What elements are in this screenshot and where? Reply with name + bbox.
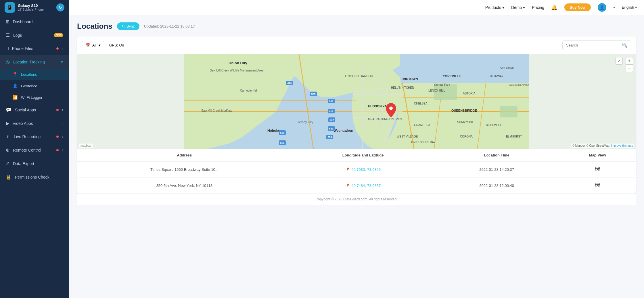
chevron-down-icon: ▾ — [635, 5, 637, 9]
svg-rect-28 — [500, 106, 518, 117]
sidebar: ⊞ Dashboard ☰ Logs New □ Phone Files › ◎… — [0, 15, 69, 298]
buy-now-button[interactable]: Buy Now — [564, 3, 591, 11]
phone-files-icon: □ — [6, 46, 9, 51]
mapview-cell: 🗺 — [559, 178, 636, 194]
svg-text:499: 499 — [287, 82, 292, 85]
map-view-icon[interactable]: 🗺 — [595, 182, 600, 189]
sidebar-item-logs[interactable]: ☰ Logs New — [0, 28, 69, 42]
sidebar-item-permissions-check[interactable]: 🔒 Permissions Check — [0, 170, 69, 184]
zoom-in-button[interactable]: + — [626, 57, 633, 65]
language-selector[interactable]: English ▾ — [622, 5, 637, 9]
svg-text:663: 663 — [280, 142, 284, 144]
sidebar-item-live-recording[interactable]: 🎙 Live Recording › — [0, 130, 69, 143]
coord-link[interactable]: 📍 40.7484,-73.9857 — [298, 183, 429, 188]
svg-text:QUEENSBRIDGE: QUEENSBRIDGE — [451, 109, 477, 112]
map-attribution: © Mapbox © OpenStreetMap. Improve this m… — [571, 144, 634, 148]
geofence-icon: 👤 — [13, 84, 18, 88]
chevron-right-icon: › — [62, 135, 63, 139]
sidebar-item-data-export[interactable]: ↗ Data Export — [0, 157, 69, 170]
svg-text:653: 653 — [327, 136, 332, 139]
map-logo: mapbox — [79, 144, 93, 148]
svg-text:MIDTOWN: MIDTOWN — [402, 77, 418, 81]
top-navigation: 📱 Galaxy S10 Lil' Bobby's Phone ↻ Produc… — [0, 0, 644, 15]
coord-link[interactable]: 📍 40.7580,-73.9855 — [298, 167, 429, 172]
locations-table: Address Longitude and Latitude Location … — [77, 149, 636, 193]
svg-text:HELL'S KITCHEN: HELL'S KITCHEN — [391, 86, 414, 89]
svg-text:681: 681 — [329, 127, 333, 130]
search-box: 🔍 — [562, 40, 631, 50]
user-avatar[interactable]: 👤 — [598, 3, 606, 12]
svg-text:Saw Mill Creek Mudflats: Saw Mill Creek Mudflats — [201, 109, 232, 112]
chevron-down-icon: ▾ — [502, 5, 504, 10]
location-pin-icon: 📍 — [345, 167, 350, 172]
svg-text:YORKVILLE: YORKVILLE — [443, 74, 461, 78]
last-updated-text: Updated: 2023-11-22 18:03:17 — [144, 24, 195, 28]
svg-text:KIPS BAY: KIPS BAY — [423, 141, 436, 144]
device-icon: 📱 — [5, 2, 15, 13]
page-header: Locations ↻ Sync Updated: 2023-11-22 18:… — [77, 22, 636, 31]
sync-button[interactable]: ↻ Sync — [117, 22, 139, 30]
filter-bar: 📅 All ▾ GPS: On 🔍 — [77, 36, 636, 54]
zoom-out-button[interactable]: − — [626, 65, 633, 72]
new-badge: New — [54, 33, 63, 37]
svg-text:LаGuardia Airport: LаGuardia Airport — [509, 84, 529, 86]
main-content: Locations ↻ Sync Updated: 2023-11-22 18:… — [69, 15, 644, 298]
sidebar-sub-item-geofence[interactable]: 👤 Geofence — [0, 80, 69, 92]
svg-text:GRAMERCY: GRAMERCY — [414, 123, 431, 127]
map-view-icon[interactable]: 🗺 — [595, 166, 600, 173]
svg-text:Carnegie Hall: Carnegie Hall — [240, 89, 258, 92]
svg-text:Green St: Green St — [411, 141, 423, 144]
nav-demo[interactable]: Demo ▾ — [511, 5, 525, 10]
chevron-down-icon: ∨ — [61, 60, 63, 64]
svg-text:672: 672 — [329, 119, 334, 121]
sidebar-sub-item-wifi-logger[interactable]: 📶 Wi-Fi Logger — [0, 92, 69, 103]
svg-text:WEST VILLAGE: WEST VILLAGE — [397, 135, 418, 138]
svg-text:Con Edison: Con Edison — [500, 66, 514, 69]
svg-text:ELMHURST: ELMHURST — [506, 135, 522, 138]
nav-pricing[interactable]: Pricing — [532, 5, 544, 10]
svg-text:LINCOLN HARBOR: LINCOLN HARBOR — [345, 74, 373, 78]
svg-text:617: 617 — [329, 110, 333, 113]
device-subtitle: Lil' Bobby's Phone — [18, 8, 44, 11]
sidebar-item-video-apps[interactable]: ▶ Video Apps › — [0, 117, 69, 130]
app-body: ⊞ Dashboard ☰ Logs New □ Phone Files › ◎… — [0, 15, 644, 298]
sidebar-sub-item-locations[interactable]: 📍 Locations — [0, 69, 69, 80]
sidebar-item-location-tracking[interactable]: ◎ Location Tracking ∨ — [0, 55, 69, 69]
calendar-icon: 📅 — [85, 43, 90, 47]
red-dot-indicator — [56, 47, 59, 50]
address-cell: 350 5th Ave, New York, NY 10118 — [77, 178, 292, 194]
table-row: 350 5th Ave, New York, NY 10118 📍 40.748… — [77, 178, 636, 194]
svg-text:CHELSEA: CHELSEA — [414, 102, 428, 105]
device-name: Galaxy S10 — [18, 3, 44, 8]
sidebar-item-phone-files[interactable]: □ Phone Files › — [0, 42, 69, 55]
chevron-down-icon: ▾ — [99, 43, 101, 47]
svg-text:Jersey City: Jersey City — [298, 120, 313, 124]
sync-icon-nav[interactable]: ↻ — [56, 3, 64, 11]
table-row: Times Square,1560 Broadway Suite 10... 📍… — [77, 162, 636, 178]
map-expand-button[interactable]: ⤢ — [615, 57, 623, 65]
improve-map-link[interactable]: Improve this map — [611, 144, 633, 147]
search-input[interactable] — [566, 43, 620, 47]
sidebar-item-remote-control[interactable]: ⊕ Remote Control › — [0, 143, 69, 157]
red-dot-indicator — [56, 149, 59, 151]
map-controls: + − — [626, 57, 633, 72]
svg-text:CORONA: CORONA — [460, 135, 473, 138]
notification-bell-icon[interactable]: 🔔 — [551, 4, 557, 11]
video-apps-icon: ▶ — [6, 121, 9, 126]
chevron-down-icon[interactable]: ▾ — [613, 5, 615, 9]
locations-card: 📅 All ▾ GPS: On 🔍 — [77, 36, 636, 193]
page-title: Locations — [77, 22, 112, 31]
permissions-icon: 🔒 — [6, 174, 12, 180]
location-pin-icon: 📍 — [345, 183, 350, 188]
svg-text:MEATPACKING DISTRICT: MEATPACKING DISTRICT — [368, 118, 402, 121]
live-recording-icon: 🎙 — [6, 134, 10, 139]
date-filter-select[interactable]: 📅 All ▾ — [82, 41, 104, 49]
sidebar-item-social-apps[interactable]: 💬 Social Apps › — [0, 103, 69, 117]
svg-text:ASTORIA: ASTORIA — [463, 92, 476, 95]
data-export-icon: ↗ — [6, 161, 9, 166]
nav-products[interactable]: Products ▾ — [485, 5, 504, 10]
svg-text:505: 505 — [311, 93, 315, 96]
wifi-icon: 📶 — [13, 95, 18, 100]
mapview-cell: 🗺 — [559, 162, 636, 178]
sidebar-item-dashboard[interactable]: ⊞ Dashboard — [0, 15, 69, 28]
